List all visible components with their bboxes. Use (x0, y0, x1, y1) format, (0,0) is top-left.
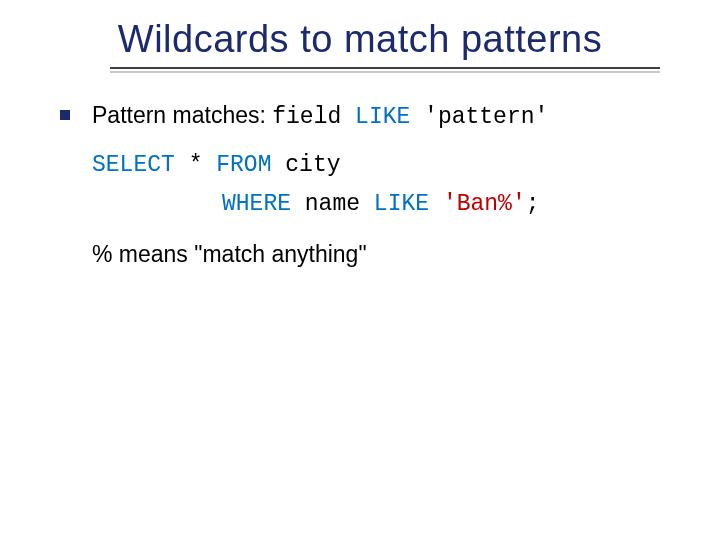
kw-from: FROM (216, 152, 271, 178)
intro-code-pre: field (272, 104, 355, 130)
bullet-content: Pattern matches: field LIKE 'pattern' SE… (92, 101, 660, 269)
title-block: Wildcards to match patterns (0, 0, 720, 61)
slide: Wildcards to match patterns Pattern matc… (0, 0, 720, 540)
sql-string: 'Ban%' (443, 191, 526, 217)
rule-light (110, 71, 660, 73)
title-underline (110, 67, 660, 73)
bullet-row: Pattern matches: field LIKE 'pattern' SE… (60, 101, 660, 269)
body: Pattern matches: field LIKE 'pattern' SE… (60, 101, 660, 269)
intro-plain: Pattern matches: (92, 102, 272, 128)
sql-t1: * (175, 152, 216, 178)
slide-title: Wildcards to match patterns (118, 18, 602, 60)
sql-line-1: SELECT * FROM city (92, 146, 660, 185)
intro-line: Pattern matches: field LIKE 'pattern' (92, 101, 660, 132)
sql-line-2: WHERE name LIKE 'Ban%'; (92, 185, 660, 224)
sql-t2: city (271, 152, 340, 178)
kw-where: WHERE (222, 191, 291, 217)
sql-t3: name (291, 191, 374, 217)
sql-t5: ; (526, 191, 540, 217)
kw-like: LIKE (374, 191, 429, 217)
square-bullet-icon (60, 110, 70, 120)
sql-block: SELECT * FROM city WHERE name LIKE 'Ban%… (92, 146, 660, 224)
intro-code-post: 'pattern' (410, 104, 548, 130)
sql-t4 (429, 191, 443, 217)
kw-select: SELECT (92, 152, 175, 178)
rule-dark (110, 67, 660, 69)
note-line: % means "match anything" (92, 240, 660, 269)
intro-code-kw: LIKE (355, 104, 410, 130)
